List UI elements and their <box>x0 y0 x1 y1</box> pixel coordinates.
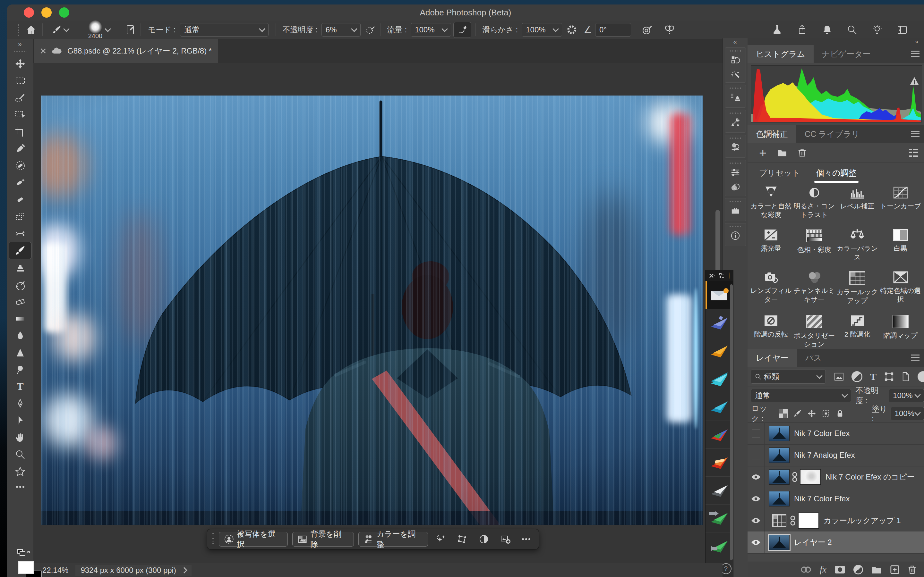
layer-row[interactable]: Nik 7 Color Efex のコピー <box>748 466 924 488</box>
adj-color-lookup[interactable]: カラールックアップ <box>836 271 879 305</box>
libraries-shapes-icon[interactable] <box>725 140 746 154</box>
delete-trash-icon[interactable] <box>798 148 806 157</box>
sharpen-tool[interactable] <box>7 344 33 361</box>
spot-healing-brush-tool[interactable] <box>7 174 33 191</box>
nik-scrollbar[interactable] <box>730 284 733 560</box>
new-layer-icon[interactable] <box>890 565 900 574</box>
new-group-folder-icon[interactable] <box>777 149 787 157</box>
brush-tool[interactable] <box>9 242 31 259</box>
type-tool[interactable]: T <box>7 378 33 395</box>
adj-hue-saturation[interactable]: 色相・彩度 <box>793 229 836 261</box>
tab-layers[interactable]: レイヤー <box>748 349 797 367</box>
adj-posterize[interactable]: ポスタリゼーション <box>793 315 836 349</box>
patch-tool[interactable] <box>7 208 33 225</box>
layer-thumbnail[interactable] <box>769 491 790 506</box>
adj-selective-color[interactable]: 特定色域の選択 <box>879 271 922 305</box>
nik-item-selected[interactable] <box>706 281 733 309</box>
clone-stamp-tool[interactable] <box>7 259 33 276</box>
layer-style-fx-icon[interactable]: fx <box>820 564 827 575</box>
opacity-pressure-icon[interactable] <box>360 25 381 35</box>
canvas-pasteboard[interactable] <box>33 63 722 563</box>
layer-name[interactable]: カラールックアップ 1 <box>824 516 901 526</box>
info-panel-icon[interactable] <box>725 229 746 243</box>
filter-type-layers-icon[interactable]: T <box>870 371 877 382</box>
brush-tool-preset[interactable] <box>43 25 78 35</box>
nik-layout-icon[interactable] <box>719 273 724 278</box>
adj-color-balance[interactable]: カラーバランス <box>836 229 879 261</box>
symmetry-butterfly-icon[interactable] <box>659 24 680 35</box>
layer-opacity-select[interactable]: 100% <box>889 389 924 402</box>
history-brush-tool[interactable] <box>7 276 33 293</box>
histogram-menu-icon[interactable] <box>911 51 919 52</box>
nik-item[interactable] <box>706 476 733 504</box>
clone-source-panel-icon[interactable] <box>725 90 746 104</box>
tab-adjustments[interactable]: 色調補正 <box>748 125 796 143</box>
subtab-presets[interactable]: プリセット <box>759 168 800 178</box>
visibility-toggle[interactable] <box>748 422 764 444</box>
selection-brush-tool[interactable] <box>7 89 33 106</box>
lock-transparency-icon[interactable] <box>779 409 788 418</box>
workspace-layout-icon[interactable] <box>897 25 907 35</box>
toolbar-grip[interactable] <box>13 50 27 53</box>
generative-sparkle-icon[interactable] <box>433 534 449 544</box>
layer-name[interactable]: レイヤー 2 <box>794 537 832 548</box>
hand-tool[interactable] <box>7 429 33 446</box>
subtab-individual[interactable]: 個々の調整 <box>816 168 857 178</box>
zoom-tool[interactable] <box>7 446 33 463</box>
blur-tool[interactable] <box>7 327 33 344</box>
blend-mode-select[interactable]: 通常 <box>751 389 851 402</box>
nik-item[interactable] <box>706 504 733 532</box>
tab-navigator[interactable]: ナビゲーター <box>814 45 879 63</box>
layer-mask-link-icon[interactable] <box>790 515 795 526</box>
tools-panel-icon[interactable] <box>725 115 746 129</box>
new-group-icon[interactable] <box>871 566 882 574</box>
histogram-warning-icon[interactable] <box>909 77 919 85</box>
add-layer-mask-icon[interactable] <box>835 566 845 574</box>
layer-name[interactable]: Nik 7 Color Efex <box>794 494 850 503</box>
properties-panel-icon[interactable] <box>725 165 746 180</box>
lut-layer-icon[interactable] <box>772 514 787 527</box>
nik-item[interactable] <box>706 532 733 560</box>
smoothing-options-gear-icon[interactable] <box>562 24 582 35</box>
document-info[interactable]: 9324 px x 6000 px (300 ppi) <box>75 565 192 576</box>
filter-adjustment-layers-icon[interactable] <box>851 371 863 382</box>
adj-gradient-map[interactable]: 階調マップ <box>879 315 922 349</box>
visibility-toggle[interactable] <box>748 466 764 488</box>
share-icon[interactable] <box>797 25 807 35</box>
foreground-color-swatch[interactable] <box>18 561 34 574</box>
nik-item[interactable] <box>706 421 733 449</box>
select-subject-button[interactable]: 被写体を選択 <box>219 532 288 546</box>
toolbar-expand-icon[interactable]: » <box>7 39 33 49</box>
canvas-document[interactable] <box>41 95 703 525</box>
adj-brightness-contrast[interactable]: 明るさ・コントラスト <box>793 187 836 219</box>
adjust-color-button[interactable]: カラーを調整 <box>359 532 428 546</box>
filter-toggle-icon[interactable] <box>918 371 924 382</box>
nik-item[interactable] <box>706 393 733 421</box>
options-bar-grip[interactable] <box>17 24 20 36</box>
link-layers-icon[interactable] <box>800 566 811 573</box>
layer-mask-thumbnail[interactable] <box>798 513 819 529</box>
object-selection-tool[interactable] <box>7 106 33 123</box>
pen-tool[interactable] <box>7 395 33 412</box>
adj-black-white[interactable]: 白黒 <box>879 229 922 261</box>
flow-select[interactable]: 100% <box>411 23 451 37</box>
eraser-tool[interactable] <box>7 293 33 310</box>
visibility-toggle[interactable] <box>748 488 764 510</box>
lock-all-icon[interactable] <box>836 409 844 418</box>
layer-row[interactable]: Nik 7 Color Efex <box>748 422 924 445</box>
layer-name[interactable]: Nik 7 Color Efex <box>794 429 850 438</box>
remove-tool[interactable] <box>7 157 33 174</box>
opacity-select[interactable]: 6% <box>321 23 360 37</box>
delete-layer-trash-icon[interactable] <box>908 565 916 574</box>
search-icon[interactable] <box>847 25 857 35</box>
document-tab[interactable]: G88.psdc @ 22.1% (レイヤー 2, RGB/8) * <box>32 39 218 63</box>
nik-item[interactable] <box>706 365 733 393</box>
adj-photo-filter[interactable]: レンズフィルター <box>750 271 793 305</box>
nik-item[interactable] <box>706 448 733 477</box>
plugins-panel-icon[interactable] <box>725 203 746 218</box>
nik-close-icon[interactable] <box>709 273 709 278</box>
airbrush-toggle[interactable] <box>454 22 471 37</box>
shapes-star-tool[interactable] <box>7 463 33 480</box>
task-bar-grip[interactable] <box>212 532 214 546</box>
notifications-bell-icon[interactable] <box>822 25 832 35</box>
